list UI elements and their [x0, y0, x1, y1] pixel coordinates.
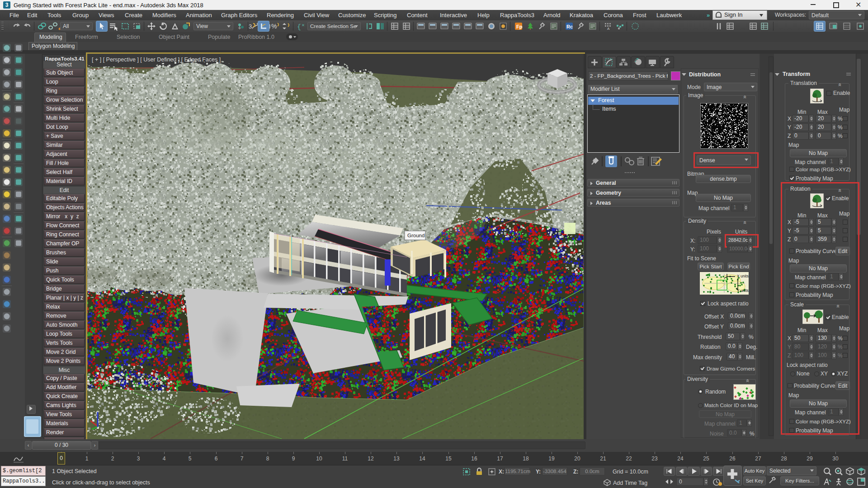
svg-text:X units: X units	[737, 274, 749, 278]
svg-text:{˟}: {˟}	[297, 23, 306, 31]
svg-text:A: A	[607, 27, 610, 31]
svg-text:Ground: Ground	[407, 233, 425, 238]
svg-text:[ + ] [ Perspective ] [ User D: [ + ] [ Perspective ] [ User Defined ] […	[92, 56, 221, 63]
svg-text:Fp: Fp	[516, 24, 523, 29]
svg-text:Rc: Rc	[566, 24, 573, 29]
svg-text:Y units: Y units	[737, 288, 749, 293]
svg-text:%: %	[271, 23, 277, 30]
svg-text:3: 3	[249, 23, 252, 30]
